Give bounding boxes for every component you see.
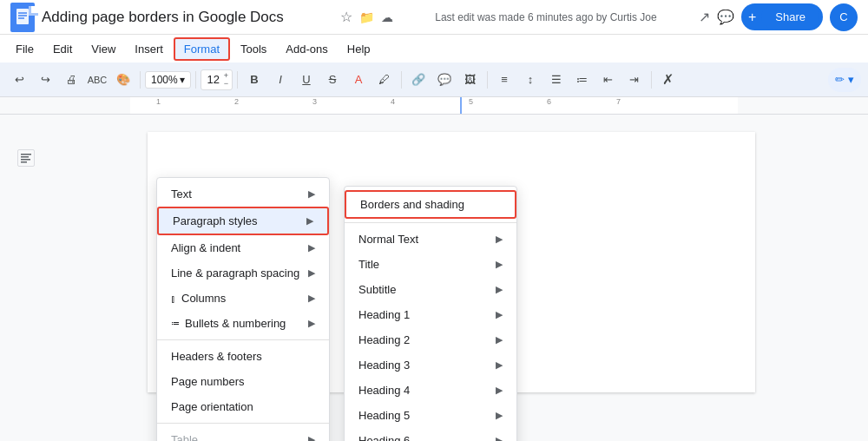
paint-format-button[interactable]: 🎨	[111, 68, 135, 92]
trending-icon[interactable]: ↗	[699, 9, 710, 25]
heading1-chevron-icon: ▶	[496, 309, 503, 320]
heading3-chevron-icon: ▶	[496, 359, 503, 371]
menu-item-format[interactable]: Format	[174, 37, 230, 61]
menu-item-view[interactable]: View	[82, 39, 124, 59]
underline-button[interactable]: U	[294, 68, 319, 92]
ruler-mark-3: 3	[312, 97, 317, 106]
heading4-label: Heading 4	[358, 384, 410, 397]
svg-rect-7	[21, 161, 27, 163]
avatar: C	[830, 3, 858, 31]
pen-icon: ✏	[835, 73, 845, 86]
cloud-icon[interactable]: ☁	[381, 10, 393, 24]
font-size-decrease[interactable]: −	[224, 80, 228, 88]
align-indent-item[interactable]: Align & indent ▶	[157, 235, 329, 260]
comment-button[interactable]: 💬	[432, 68, 457, 92]
bullets-item[interactable]: ≔ Bullets & numbering ▶	[157, 311, 329, 336]
ruler-mark-2: 2	[234, 97, 239, 106]
separator-5	[487, 71, 488, 89]
heading2-label: Heading 2	[358, 333, 410, 346]
font-size-value[interactable]: 12	[205, 73, 222, 86]
borders-shading-label: Borders and shading	[360, 198, 464, 211]
title-item[interactable]: Title ▶	[345, 252, 516, 277]
separator-4	[401, 71, 402, 89]
share-button[interactable]: Share	[761, 5, 819, 29]
image-button[interactable]: 🖼	[458, 68, 483, 92]
menu-item-file[interactable]: File	[7, 39, 43, 59]
ruler-mark-7: 7	[616, 97, 621, 106]
align-button[interactable]: ≡	[492, 68, 516, 92]
subtitle-chevron-icon: ▶	[496, 284, 503, 295]
list-button[interactable]: ☰	[544, 68, 569, 92]
undo-button[interactable]: ↩	[7, 68, 31, 92]
heading6-item[interactable]: Heading 6 ▶	[345, 428, 516, 441]
bullets-icon: ≔	[171, 319, 180, 328]
columns-chevron-icon: ▶	[308, 293, 315, 304]
paragraph-styles-dropdown: Borders and shading Normal Text ▶ Title …	[344, 186, 517, 441]
bold-button[interactable]: B	[242, 68, 266, 92]
edit-mode-chevron: ▾	[848, 73, 854, 86]
zoom-select[interactable]: 100% ▾	[145, 71, 191, 89]
indent-decrease-button[interactable]: ⇤	[596, 68, 621, 92]
numbered-list-button[interactable]: ≔	[570, 68, 595, 92]
strikethrough-button[interactable]: S	[320, 68, 345, 92]
normal-text-chevron-icon: ▶	[496, 234, 503, 245]
doc-area: Text ▶ Paragraph styles ▶ Align & indent…	[0, 115, 868, 441]
text-chevron-icon: ▶	[308, 188, 315, 200]
last-edit-text: Last edit was made 6 minutes ago by Curt…	[400, 11, 692, 23]
heading5-label: Heading 5	[358, 409, 410, 422]
menu-item-help[interactable]: Help	[339, 39, 379, 59]
format-text-item[interactable]: Text ▶	[157, 181, 329, 207]
heading4-item[interactable]: Heading 4 ▶	[345, 378, 516, 403]
left-panel	[17, 132, 38, 392]
menu-item-addons[interactable]: Add-ons	[277, 39, 336, 59]
align-indent-label: Align & indent	[171, 241, 240, 254]
link-button[interactable]: 🔗	[406, 68, 431, 92]
menu-bar: File Edit View Insert Format Tools Add-o…	[0, 35, 868, 63]
ruler-mark-4: 4	[391, 97, 395, 106]
subtitle-item[interactable]: Subtitle ▶	[345, 277, 516, 302]
borders-shading-item[interactable]: Borders and shading	[345, 190, 516, 219]
line-spacing-item[interactable]: Line & paragraph spacing ▶	[157, 260, 329, 286]
heading1-item[interactable]: Heading 1 ▶	[345, 302, 516, 327]
headers-footers-item[interactable]: Headers & footers	[157, 344, 329, 369]
edit-mode-button[interactable]: ✏ ▾	[828, 68, 861, 92]
menu-item-tools[interactable]: Tools	[232, 39, 275, 59]
spellcheck-button[interactable]: ABC	[85, 68, 109, 92]
page-numbers-item[interactable]: Page numbers	[157, 369, 329, 394]
redo-button[interactable]: ↪	[33, 68, 57, 92]
para-divider-1	[345, 222, 516, 223]
doc-title: Adding page borders in Google Docs	[42, 9, 333, 26]
page-orientation-item[interactable]: Page orientation	[157, 394, 329, 419]
clear-format-button[interactable]: ✗	[656, 68, 681, 92]
print-button[interactable]: 🖨	[59, 68, 83, 92]
star-icon[interactable]: ☆	[340, 9, 352, 25]
align-indent-chevron-icon: ▶	[308, 242, 315, 253]
add-icon[interactable]: +	[745, 10, 760, 25]
paragraph-styles-label: Paragraph styles	[173, 214, 258, 227]
menu-item-edit[interactable]: Edit	[44, 39, 81, 59]
heading6-chevron-icon: ▶	[496, 435, 503, 441]
line-spacing-button[interactable]: ↕	[518, 68, 542, 92]
heading3-label: Heading 3	[358, 359, 410, 372]
highlight-button[interactable]: 🖊	[372, 68, 397, 92]
normal-text-item[interactable]: Normal Text ▶	[345, 227, 516, 252]
paragraph-styles-item[interactable]: Paragraph styles ▶	[157, 207, 329, 235]
heading2-item[interactable]: Heading 2 ▶	[345, 327, 516, 352]
chat-icon[interactable]: 💬	[717, 9, 734, 25]
normal-text-label: Normal Text	[358, 233, 418, 246]
columns-item[interactable]: ⫿ Columns ▶	[157, 286, 329, 311]
heading3-item[interactable]: Heading 3 ▶	[345, 352, 516, 378]
doc-outline-icon[interactable]	[17, 149, 35, 167]
folder-icon[interactable]: 📁	[359, 10, 374, 24]
font-color-button[interactable]: A	[346, 68, 371, 92]
italic-button[interactable]: I	[268, 68, 293, 92]
zoom-chevron: ▾	[180, 74, 185, 86]
format-dropdown: Text ▶ Paragraph styles ▶ Align & indent…	[156, 177, 330, 441]
menu-item-insert[interactable]: Insert	[126, 39, 172, 59]
doc-icon	[10, 3, 35, 32]
heading5-item[interactable]: Heading 5 ▶	[345, 403, 516, 428]
table-item: Table ▶	[157, 427, 329, 441]
indent-increase-button[interactable]: ⇥	[622, 68, 647, 92]
zoom-value: 100%	[151, 74, 178, 86]
separator-6	[651, 71, 652, 89]
